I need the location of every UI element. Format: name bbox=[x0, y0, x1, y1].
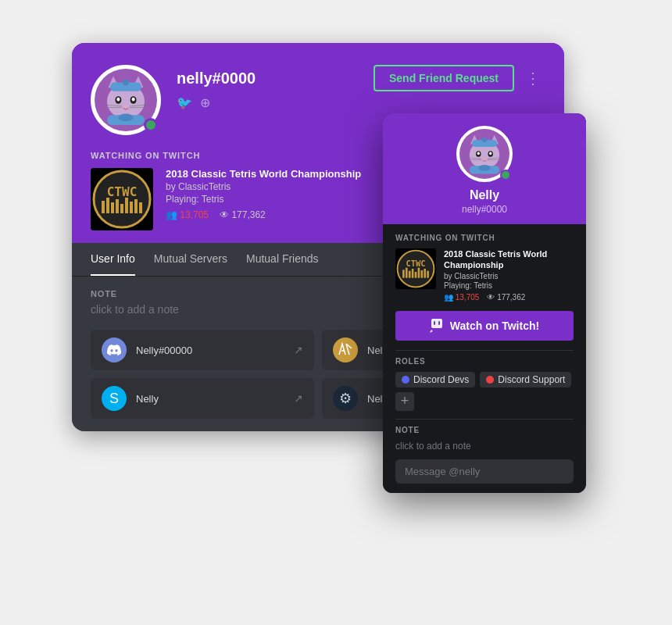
svg-point-37 bbox=[483, 158, 486, 160]
divider-1 bbox=[395, 350, 574, 351]
svg-rect-52 bbox=[412, 269, 414, 278]
social-icons: 🐦 ⊕ bbox=[177, 95, 545, 110]
svg-point-8 bbox=[124, 105, 128, 107]
svg-point-7 bbox=[132, 98, 135, 102]
svg-point-47 bbox=[398, 251, 434, 288]
svg-rect-26 bbox=[130, 202, 133, 213]
popup-body: WATCHING ON TWITCH CTWC bbox=[383, 224, 586, 493]
svg-point-14 bbox=[118, 114, 133, 122]
role-dot-discord-support bbox=[486, 376, 494, 384]
popup-watching-label: WATCHING ON TWITCH bbox=[395, 234, 574, 242]
roles-label: ROLES bbox=[395, 357, 574, 366]
svg-rect-25 bbox=[125, 198, 128, 213]
tab-mutual-servers[interactable]: Mutual Servers bbox=[154, 243, 227, 276]
popup-twitch-game: Playing: Tetris bbox=[444, 281, 574, 290]
twitch-thumbnail: CTWC bbox=[91, 168, 153, 230]
svg-point-35 bbox=[477, 152, 480, 155]
send-friend-button[interactable]: Send Friend Request bbox=[374, 65, 514, 91]
svg-point-16 bbox=[123, 80, 129, 86]
svg-rect-56 bbox=[424, 269, 426, 278]
battlenet-icon: ⊕ bbox=[200, 95, 210, 110]
connection-discord[interactable]: Nelly#00000 ↗ bbox=[91, 330, 314, 370]
svg-point-43 bbox=[478, 165, 490, 171]
role-name-discord-devs: Discord Devs bbox=[413, 374, 469, 385]
svg-rect-57 bbox=[427, 271, 429, 278]
popup-note-label: NOTE bbox=[395, 426, 574, 434]
message-input[interactable] bbox=[395, 459, 574, 484]
popup-header: Nelly nelly#0000 bbox=[383, 113, 586, 224]
svg-rect-55 bbox=[421, 270, 424, 278]
external-link-icon: ↗ bbox=[294, 344, 303, 356]
twitch-logo-icon bbox=[430, 319, 444, 333]
svg-rect-58 bbox=[431, 319, 442, 328]
popup-twitch-title: 2018 Classic Tetris World Championship bbox=[444, 248, 574, 271]
action-area: Send Friend Request ⋮ bbox=[374, 65, 545, 91]
popup-twitch-content: CTWC 2018 Classic Tetris World Champions… bbox=[395, 248, 574, 302]
tab-mutual-friends[interactable]: Mutual Friends bbox=[246, 243, 319, 276]
external-link-icon-3: ↗ bbox=[294, 392, 303, 405]
online-status-dot bbox=[144, 118, 158, 132]
popup-eye: 👁 177,362 bbox=[487, 293, 525, 302]
add-role-button[interactable]: + bbox=[395, 392, 414, 411]
svg-rect-23 bbox=[116, 199, 119, 213]
svg-rect-59 bbox=[434, 321, 435, 325]
lol-icon bbox=[333, 338, 358, 362]
popup-viewers: 👥 13,705 bbox=[444, 293, 479, 302]
svg-rect-28 bbox=[139, 202, 142, 213]
svg-rect-54 bbox=[418, 268, 420, 278]
role-dot-discord-devs bbox=[402, 376, 409, 384]
role-badge-discord-support: Discord Support bbox=[480, 372, 571, 388]
connection-skype[interactable]: S Nelly ↗ bbox=[91, 378, 314, 419]
svg-point-36 bbox=[489, 152, 491, 155]
popup-online-dot bbox=[500, 170, 511, 180]
roles-row: Discord Devs Discord Support + bbox=[395, 372, 574, 411]
popup-twitch-info: 2018 Classic Tetris World Championship b… bbox=[444, 248, 574, 302]
more-options-button[interactable]: ⋮ bbox=[520, 67, 545, 89]
discord-icon bbox=[102, 338, 127, 362]
svg-rect-20 bbox=[102, 201, 105, 213]
svg-text:CTWC: CTWC bbox=[406, 259, 425, 268]
svg-rect-22 bbox=[111, 202, 114, 213]
tab-user-info[interactable]: User Info bbox=[91, 243, 135, 276]
viewers-count: 👥 13,705 bbox=[166, 209, 209, 220]
popup-twitch-stats: 👥 13,705 👁 177,362 bbox=[444, 293, 574, 302]
discord-connection-name: Nelly#00000 bbox=[136, 345, 284, 356]
popup-avatar-wrap bbox=[456, 126, 513, 182]
popup-name: Nelly bbox=[470, 188, 499, 202]
role-badge-discord-devs: Discord Devs bbox=[395, 372, 475, 388]
svg-point-6 bbox=[116, 98, 120, 102]
avatar-wrap bbox=[91, 65, 161, 135]
svg-rect-53 bbox=[415, 272, 417, 278]
steam-icon: ⚙ bbox=[333, 386, 358, 411]
watch-btn-label: Watch on Twitch! bbox=[450, 320, 539, 332]
svg-rect-49 bbox=[402, 270, 405, 277]
popup-twitch-by: by ClassicTetris bbox=[444, 272, 574, 280]
svg-text:CTWC: CTWC bbox=[107, 184, 138, 199]
svg-point-18 bbox=[94, 171, 150, 227]
svg-rect-60 bbox=[438, 321, 440, 325]
svg-rect-24 bbox=[120, 204, 123, 213]
svg-rect-27 bbox=[134, 199, 138, 213]
divider-2 bbox=[395, 419, 574, 420]
svg-rect-21 bbox=[106, 198, 109, 213]
eye-count: 👁 177,362 bbox=[220, 209, 266, 220]
popup-note-input[interactable]: click to add a note bbox=[395, 441, 574, 452]
skype-icon: S bbox=[102, 386, 127, 411]
twitter-icon: 🐦 bbox=[177, 95, 192, 110]
svg-point-45 bbox=[482, 138, 487, 142]
svg-rect-50 bbox=[406, 268, 408, 278]
popup-tag: nelly#0000 bbox=[462, 204, 507, 215]
watch-twitch-button[interactable]: Watch on Twitch! bbox=[395, 311, 574, 341]
role-name-discord-support: Discord Support bbox=[498, 374, 565, 385]
popup-twitch-thumbnail: CTWC bbox=[395, 248, 436, 289]
svg-marker-61 bbox=[430, 330, 433, 333]
skype-connection-name: Nelly bbox=[136, 393, 284, 405]
popup-profile-card: Nelly nelly#0000 WATCHING ON TWITCH CTWC bbox=[383, 113, 586, 493]
svg-rect-51 bbox=[409, 271, 411, 278]
